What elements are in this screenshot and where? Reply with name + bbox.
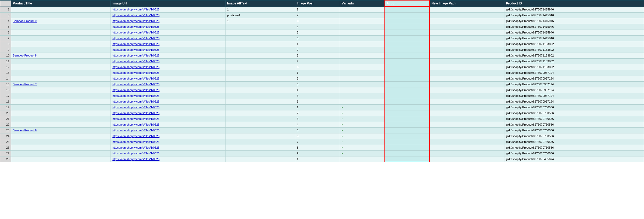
cell-image-url[interactable]: https://cdn.shopify.com/s/files/1/0625	[111, 47, 225, 53]
cell-action[interactable]: '	[385, 7, 430, 12]
image-url-link[interactable]: https://cdn.shopify.com/s/files/1/0625	[112, 42, 159, 46]
cell-image-url[interactable]: https://cdn.shopify.com/s/files/1/0625	[111, 116, 225, 122]
cell-image-url[interactable]: https://cdn.shopify.com/s/files/1/0625	[111, 150, 225, 156]
col-header-variants[interactable]: Variants	[340, 0, 385, 7]
cell-product-title[interactable]: Bamboo Product 9	[11, 18, 111, 24]
col-header-image-alt[interactable]: Image AltText	[225, 0, 295, 7]
cell-action[interactable]: '	[385, 116, 430, 122]
cell-action[interactable]: '	[385, 18, 430, 24]
cell-action[interactable]: '	[385, 133, 430, 139]
cell-image-url[interactable]: https://cdn.shopify.com/s/files/1/0625	[111, 93, 225, 99]
cell-image-url[interactable]: https://cdn.shopify.com/s/files/1/0625	[111, 58, 225, 64]
cell-image-url[interactable]: https://cdn.shopify.com/s/files/1/0625	[111, 53, 225, 58]
image-url-link[interactable]: https://cdn.shopify.com/s/files/1/0625	[112, 65, 159, 69]
cell-action[interactable]: '	[385, 93, 430, 99]
col-header-image-url[interactable]: Image Url	[111, 0, 225, 7]
image-url-link[interactable]: https://cdn.shopify.com/s/files/1/0625	[112, 19, 159, 23]
cell-image-url[interactable]: https://cdn.shopify.com/s/files/1/0625	[111, 41, 225, 47]
col-header-action[interactable]: Action	[385, 0, 430, 7]
cell-action[interactable]: '	[385, 53, 430, 58]
image-url-link[interactable]: https://cdn.shopify.com/s/files/1/0625	[112, 158, 159, 161]
image-url-link[interactable]: https://cdn.shopify.com/s/files/1/0625	[112, 111, 159, 115]
cell-image-alt	[225, 41, 295, 47]
image-url-link[interactable]: https://cdn.shopify.com/s/files/1/0625	[112, 83, 159, 86]
cell-image-url[interactable]: https://cdn.shopify.com/s/files/1/0625	[111, 7, 225, 12]
cell-product-title[interactable]: Bamboo Product 7	[11, 81, 111, 87]
image-url-link[interactable]: https://cdn.shopify.com/s/files/1/0625	[112, 123, 159, 126]
cell-action[interactable]	[385, 156, 430, 162]
cell-image-url[interactable]: https://cdn.shopify.com/s/files/1/0625	[111, 110, 225, 116]
cell-action[interactable]: '	[385, 58, 430, 64]
cell-action[interactable]: '	[385, 30, 430, 35]
cell-image-url[interactable]: https://cdn.shopify.com/s/files/1/0625	[111, 76, 225, 81]
col-header-new-image[interactable]: New Image Path	[430, 0, 504, 7]
image-url-link[interactable]: https://cdn.shopify.com/s/files/1/0625	[112, 54, 159, 57]
row-number: 9	[0, 47, 11, 53]
image-url-link[interactable]: https://cdn.shopify.com/s/files/1/0625	[112, 25, 159, 28]
cell-action[interactable]: '	[385, 122, 430, 127]
cell-product-title[interactable]: Bamboo Product 8	[11, 53, 111, 58]
cell-action[interactable]: '	[385, 35, 430, 41]
image-url-link[interactable]: https://cdn.shopify.com/s/files/1/0625	[112, 48, 159, 51]
cell-action[interactable]: '	[385, 24, 430, 30]
cell-action[interactable]: '	[385, 145, 430, 150]
cell-image-url[interactable]: https://cdn.shopify.com/s/files/1/0625	[111, 70, 225, 76]
cell-action[interactable]: '	[385, 139, 430, 145]
image-url-link[interactable]: https://cdn.shopify.com/s/files/1/0625	[112, 77, 159, 80]
image-url-link[interactable]: https://cdn.shopify.com/s/files/1/0625	[112, 60, 159, 63]
image-url-link[interactable]: https://cdn.shopify.com/s/files/1/0625	[112, 152, 159, 155]
cell-image-url[interactable]: https://cdn.shopify.com/s/files/1/0625	[111, 35, 225, 41]
image-url-link[interactable]: https://cdn.shopify.com/s/files/1/0625	[112, 146, 159, 149]
cell-new-image	[430, 41, 504, 47]
cell-image-url[interactable]: https://cdn.shopify.com/s/files/1/0625	[111, 104, 225, 110]
image-url-link[interactable]: https://cdn.shopify.com/s/files/1/0625	[112, 140, 159, 143]
image-url-link[interactable]: https://cdn.shopify.com/s/files/1/0625	[112, 129, 159, 132]
product-title-link[interactable]: Bamboo Product 6	[13, 129, 37, 132]
cell-image-url[interactable]: https://cdn.shopify.com/s/files/1/0625	[111, 18, 225, 24]
col-header-product-title[interactable]: Product Title	[11, 0, 111, 7]
cell-action[interactable]: '	[385, 81, 430, 87]
cell-action[interactable]: '	[385, 70, 430, 76]
image-url-link[interactable]: https://cdn.shopify.com/s/files/1/0625	[112, 14, 159, 17]
product-title-link[interactable]: Bamboo Product 7	[13, 83, 37, 86]
cell-action[interactable]: '	[385, 47, 430, 53]
cell-product-title[interactable]: Bamboo Product 6	[11, 127, 111, 133]
cell-image-url[interactable]: https://cdn.shopify.com/s/files/1/0625	[111, 30, 225, 35]
cell-image-url[interactable]: https://cdn.shopify.com/s/files/1/0625	[111, 122, 225, 127]
image-url-link[interactable]: https://cdn.shopify.com/s/files/1/0625	[112, 37, 159, 40]
cell-image-url[interactable]: https://cdn.shopify.com/s/files/1/0625	[111, 156, 225, 162]
cell-action[interactable]: '	[385, 41, 430, 47]
cell-action[interactable]: '	[385, 110, 430, 116]
cell-image-url[interactable]: https://cdn.shopify.com/s/files/1/0625	[111, 64, 225, 70]
cell-image-url[interactable]: https://cdn.shopify.com/s/files/1/0625	[111, 139, 225, 145]
col-header-image-pos[interactable]: Image Posi	[295, 0, 340, 7]
cell-image-url[interactable]: https://cdn.shopify.com/s/files/1/0625	[111, 81, 225, 87]
cell-image-url[interactable]: https://cdn.shopify.com/s/files/1/0625	[111, 127, 225, 133]
cell-action[interactable]: '	[385, 104, 430, 110]
image-url-link[interactable]: https://cdn.shopify.com/s/files/1/0625	[112, 88, 159, 92]
col-header-product-id[interactable]: Product ID	[504, 0, 644, 7]
cell-image-url[interactable]: https://cdn.shopify.com/s/files/1/0625	[111, 12, 225, 18]
image-url-link[interactable]: https://cdn.shopify.com/s/files/1/0625	[112, 71, 159, 74]
cell-image-url[interactable]: https://cdn.shopify.com/s/files/1/0625	[111, 99, 225, 104]
product-title-link[interactable]: Bamboo Product 9	[13, 19, 37, 23]
cell-action[interactable]: '	[385, 87, 430, 93]
cell-image-url[interactable]: https://cdn.shopify.com/s/files/1/0625	[111, 24, 225, 30]
cell-action[interactable]: '	[385, 76, 430, 81]
cell-image-url[interactable]: https://cdn.shopify.com/s/files/1/0625	[111, 87, 225, 93]
image-url-link[interactable]: https://cdn.shopify.com/s/files/1/0625	[112, 134, 159, 138]
image-url-link[interactable]: https://cdn.shopify.com/s/files/1/0625	[112, 100, 159, 103]
image-url-link[interactable]: https://cdn.shopify.com/s/files/1/0625	[112, 31, 159, 34]
cell-action[interactable]: '	[385, 150, 430, 156]
image-url-link[interactable]: https://cdn.shopify.com/s/files/1/0625	[112, 8, 159, 11]
cell-action[interactable]: '	[385, 12, 430, 18]
image-url-link[interactable]: https://cdn.shopify.com/s/files/1/0625	[112, 94, 159, 97]
image-url-link[interactable]: https://cdn.shopify.com/s/files/1/0625	[112, 117, 159, 120]
cell-image-url[interactable]: https://cdn.shopify.com/s/files/1/0625	[111, 133, 225, 139]
cell-action[interactable]: '	[385, 99, 430, 104]
cell-action[interactable]: '	[385, 64, 430, 70]
image-url-link[interactable]: https://cdn.shopify.com/s/files/1/0625	[112, 106, 159, 109]
cell-image-url[interactable]: https://cdn.shopify.com/s/files/1/0625	[111, 145, 225, 150]
cell-action[interactable]: '	[385, 127, 430, 133]
product-title-link[interactable]: Bamboo Product 8	[13, 54, 37, 57]
